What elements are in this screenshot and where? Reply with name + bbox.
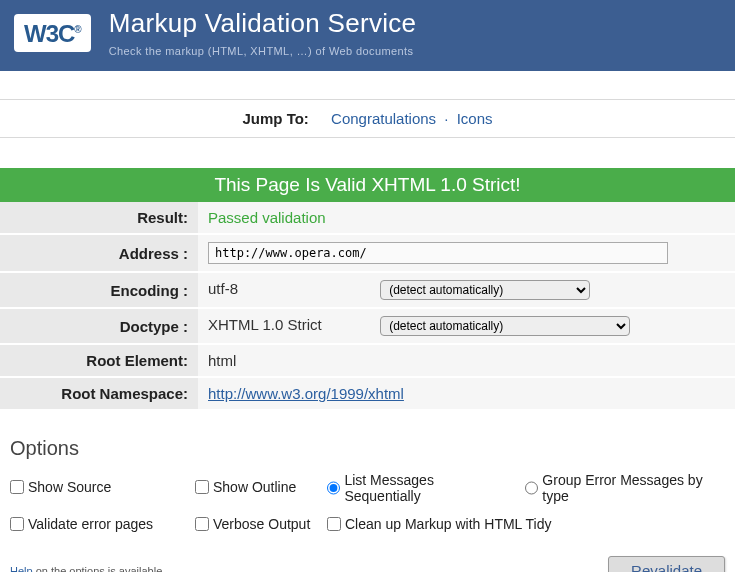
address-label: Address : xyxy=(0,234,198,272)
jump-to-label: Jump To: xyxy=(242,110,308,127)
options-help-text: Help on the options is available. xyxy=(10,565,165,573)
logo-registered: ® xyxy=(74,24,80,35)
show-outline-checkbox[interactable] xyxy=(195,480,209,494)
header-text: Markup Validation Service Check the mark… xyxy=(109,8,417,57)
list-sequential-option[interactable]: List Messages Sequentially xyxy=(327,472,507,504)
show-outline-option[interactable]: Show Outline xyxy=(195,479,296,495)
root-namespace-label: Root Namespace: xyxy=(0,377,198,410)
jump-link-congratulations[interactable]: Congratulations xyxy=(331,110,436,127)
verbose-output-option[interactable]: Verbose Output xyxy=(195,516,310,532)
group-errors-radio[interactable] xyxy=(525,481,538,495)
encoding-value: utf-8 xyxy=(208,280,376,297)
root-namespace-link[interactable]: http://www.w3.org/1999/xhtml xyxy=(208,385,404,402)
result-label: Result: xyxy=(0,202,198,234)
validate-error-pages-option[interactable]: Validate error pages xyxy=(10,516,153,532)
page-subtitle: Check the markup (HTML, XHTML, …) of Web… xyxy=(109,45,417,57)
app-header: W3C® Markup Validation Service Check the… xyxy=(0,0,735,71)
root-element-label: Root Element: xyxy=(0,344,198,377)
clean-tidy-option[interactable]: Clean up Markup with HTML Tidy xyxy=(327,516,551,532)
validate-error-pages-checkbox[interactable] xyxy=(10,517,24,531)
logo-text: W3C xyxy=(24,20,74,47)
clean-tidy-checkbox[interactable] xyxy=(327,517,341,531)
jump-separator: · xyxy=(440,110,452,127)
results-table: Result: Passed validation Address : Enco… xyxy=(0,202,735,411)
w3c-logo: W3C® xyxy=(14,14,91,52)
revalidate-button[interactable]: Revalidate xyxy=(608,556,725,572)
doctype-select[interactable]: (detect automatically) xyxy=(380,316,630,336)
show-source-option[interactable]: Show Source xyxy=(10,479,111,495)
validation-success-banner: This Page Is Valid XHTML 1.0 Strict! xyxy=(0,168,735,202)
list-sequential-radio[interactable] xyxy=(327,481,340,495)
jump-to-bar: Jump To: Congratulations · Icons xyxy=(0,99,735,138)
options-title: Options xyxy=(10,437,725,460)
doctype-value: XHTML 1.0 Strict xyxy=(208,316,376,333)
options-section: Options Show Source Show Outline List Me… xyxy=(0,437,735,572)
verbose-output-checkbox[interactable] xyxy=(195,517,209,531)
address-input[interactable] xyxy=(208,242,668,264)
jump-link-icons[interactable]: Icons xyxy=(457,110,493,127)
root-element-value: html xyxy=(198,344,735,377)
encoding-select[interactable]: (detect automatically) xyxy=(380,280,590,300)
encoding-label: Encoding : xyxy=(0,272,198,308)
show-source-checkbox[interactable] xyxy=(10,480,24,494)
result-value: Passed validation xyxy=(208,209,326,226)
help-link[interactable]: Help xyxy=(10,565,33,573)
page-title: Markup Validation Service xyxy=(109,8,417,39)
group-errors-option[interactable]: Group Error Messages by type xyxy=(525,472,725,504)
doctype-label: Doctype : xyxy=(0,308,198,344)
